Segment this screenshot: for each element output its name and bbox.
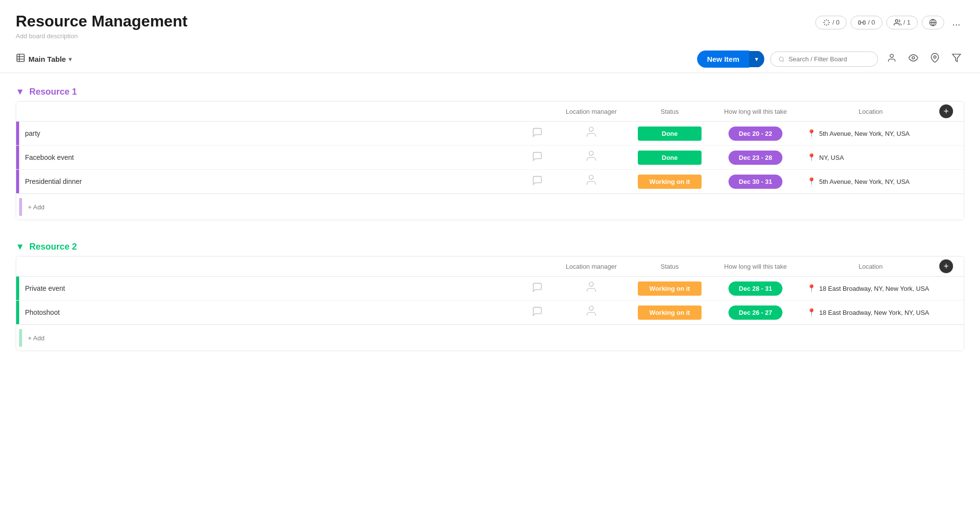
resource-2-chevron[interactable]: ▼ (16, 242, 25, 252)
search-input[interactable] (788, 55, 870, 63)
row-chat[interactable] (523, 306, 552, 319)
col-header-location-manager: Location manager (552, 108, 630, 115)
col-header-location: Location (802, 108, 939, 115)
row-location[interactable]: 📍 NY, USA (802, 153, 939, 162)
add-column-button-2[interactable]: + (939, 259, 953, 273)
add-item-button-resource-2[interactable]: + Add (22, 332, 50, 344)
col-header-status: Status (630, 263, 709, 270)
row-chat[interactable] (523, 175, 552, 188)
svg-rect-1 (863, 21, 865, 24)
resource-1-col-headers: Location manager Status How long will th… (16, 102, 964, 122)
row-item-name[interactable]: Private event (19, 284, 523, 292)
row-duration[interactable]: Dec 30 - 31 (709, 175, 802, 189)
row-status[interactable]: Done (630, 127, 709, 141)
add-item-button-resource-1[interactable]: + Add (22, 202, 50, 213)
location-pin-icon: 📍 (807, 129, 816, 138)
chat-icon (532, 175, 543, 186)
row-location[interactable]: 📍 5th Avenue, New York, NY, USA (802, 177, 939, 186)
filter-button[interactable] (949, 51, 964, 67)
row-location-manager[interactable] (552, 305, 630, 320)
row-item-name[interactable]: party (19, 129, 523, 137)
board-description[interactable]: Add board description (16, 32, 187, 40)
row-location-manager[interactable] (552, 126, 630, 141)
more-options-button[interactable]: ... (948, 15, 964, 30)
table-row: Photoshoot Working on it Dec 26 - (16, 301, 964, 325)
resource-1-title[interactable]: Resource 1 (29, 87, 77, 97)
col-header-add: + (939, 259, 964, 273)
integrations-button[interactable]: / 0 (851, 16, 882, 29)
add-row-resource-2: + Add (16, 325, 964, 351)
search-icon (779, 56, 784, 63)
resource-1-header: ▼ Resource 1 (16, 81, 964, 101)
row-location-manager[interactable] (552, 280, 630, 296)
automations-label: / 0 (832, 19, 839, 26)
col-header-location: Location (802, 263, 939, 270)
row-duration[interactable]: Dec 28 - 31 (709, 281, 802, 296)
resource-1-table: Location manager Status How long will th… (16, 101, 964, 220)
status-badge: Done (638, 151, 702, 165)
row-item-name[interactable]: Presidential dinner (19, 178, 523, 185)
row-status[interactable]: Done (630, 151, 709, 165)
row-duration[interactable]: Dec 20 - 22 (709, 127, 802, 141)
row-chat[interactable] (523, 151, 552, 164)
invite-button[interactable]: / 1 (886, 16, 918, 29)
col-header-duration: How long will this take (709, 263, 802, 270)
svg-point-12 (589, 176, 594, 180)
svg-point-7 (912, 57, 915, 59)
resource-2-header: ▼ Resource 2 (16, 236, 964, 256)
person-filter-button[interactable] (884, 51, 900, 67)
location-pin-icon: 📍 (807, 177, 816, 186)
resource-2-group: ▼ Resource 2 Location manager Status How… (16, 236, 964, 351)
duration-badge: Dec 28 - 31 (729, 281, 782, 296)
row-status[interactable]: Working on it (630, 305, 709, 320)
resource-1-group: ▼ Resource 1 Location manager Status How… (16, 81, 964, 220)
person-avatar-icon (585, 280, 598, 293)
row-location[interactable]: 📍 18 East Broadway, New York, NY, USA (802, 308, 939, 317)
integrations-label: / 0 (868, 19, 875, 26)
row-location-manager[interactable] (552, 174, 630, 189)
svg-rect-4 (17, 54, 25, 62)
location-pin-icon: 📍 (807, 308, 816, 317)
page-header: Resource Management Add board descriptio… (0, 0, 980, 46)
resource-2-col-headers: Location manager Status How long will th… (16, 256, 964, 277)
row-chat[interactable] (523, 282, 552, 295)
invite-icon (894, 19, 902, 26)
status-badge: Working on it (638, 175, 702, 189)
svg-rect-0 (859, 21, 861, 24)
svg-point-5 (779, 57, 783, 61)
row-chat[interactable] (523, 127, 552, 140)
row-location[interactable]: 📍 18 East Broadway, NY, New York, USA (802, 284, 939, 293)
table-row: Presidential dinner Working on it (16, 170, 964, 194)
row-duration[interactable]: Dec 26 - 27 (709, 305, 802, 320)
automations-icon (823, 19, 830, 26)
svg-point-8 (934, 56, 936, 58)
resource-2-title[interactable]: Resource 2 (29, 242, 77, 252)
resource-1-chevron[interactable]: ▼ (16, 87, 25, 97)
row-item-name[interactable]: Photoshoot (19, 308, 523, 316)
integrations-icon (858, 19, 866, 26)
duration-badge: Dec 26 - 27 (729, 305, 782, 320)
chat-icon (532, 127, 543, 138)
table-selector[interactable]: Main Table ▾ (16, 53, 72, 65)
row-item-name[interactable]: Facebook event (19, 153, 523, 161)
duration-badge: Dec 30 - 31 (729, 175, 782, 189)
row-status[interactable]: Working on it (630, 175, 709, 189)
row-status[interactable]: Working on it (630, 281, 709, 296)
col-header-add: + (939, 104, 964, 118)
automations-button[interactable]: / 0 (815, 16, 847, 29)
add-column-button[interactable]: + (939, 104, 953, 118)
row-location[interactable]: 📍 5th Avenue, New York, NY, USA (802, 129, 939, 138)
new-item-dropdown-button[interactable]: ▾ (749, 51, 764, 67)
globe-button[interactable] (922, 16, 944, 29)
header-left: Resource Management Add board descriptio… (16, 12, 187, 40)
pin-button[interactable] (927, 51, 943, 67)
row-duration[interactable]: Dec 23 - 28 (709, 151, 802, 165)
eye-button[interactable] (905, 51, 921, 67)
new-item-main-button[interactable]: New Item (697, 51, 749, 68)
table-row: party Done Dec 20 - 22 (16, 122, 964, 146)
svg-point-11 (589, 152, 594, 156)
status-badge: Working on it (638, 281, 702, 296)
new-item-button-group: New Item ▾ (697, 51, 764, 68)
row-location-manager[interactable] (552, 150, 630, 165)
table-row: Facebook event Done Dec 23 - 28 (16, 146, 964, 170)
